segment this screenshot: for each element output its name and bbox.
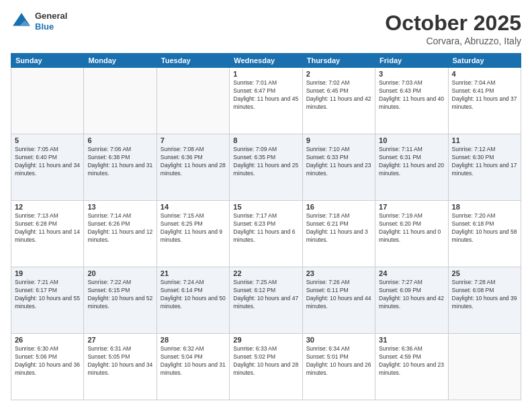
calendar-week-row: 19Sunrise: 7:21 AMSunset: 6:17 PMDayligh… <box>11 267 521 334</box>
day-info: Sunrise: 7:13 AMSunset: 6:28 PMDaylight:… <box>15 212 80 244</box>
calendar-week-row: 5Sunrise: 7:05 AMSunset: 6:40 PMDaylight… <box>11 134 521 201</box>
calendar-header-saturday: Saturday <box>448 54 521 68</box>
day-number: 23 <box>306 269 371 277</box>
day-number: 28 <box>161 336 226 344</box>
calendar-day-cell: 28Sunrise: 6:32 AMSunset: 5:04 PMDayligh… <box>157 334 229 400</box>
day-info: Sunrise: 7:02 AMSunset: 6:45 PMDaylight:… <box>306 79 371 111</box>
calendar-day-cell: 16Sunrise: 7:18 AMSunset: 6:21 PMDayligh… <box>302 201 375 267</box>
calendar-week-row: 1Sunrise: 7:01 AMSunset: 6:47 PMDaylight… <box>11 68 521 134</box>
day-number: 31 <box>379 336 444 344</box>
day-number: 2 <box>306 70 371 78</box>
calendar-header-wednesday: Wednesday <box>230 54 302 68</box>
calendar-day-cell: 25Sunrise: 7:28 AMSunset: 6:08 PMDayligh… <box>448 267 521 334</box>
calendar-day-cell: 24Sunrise: 7:27 AMSunset: 6:09 PMDayligh… <box>375 267 448 334</box>
calendar-day-cell: 12Sunrise: 7:13 AMSunset: 6:28 PMDayligh… <box>11 201 84 267</box>
day-number: 24 <box>379 269 444 277</box>
calendar-day-cell <box>157 68 229 134</box>
day-number: 10 <box>379 136 444 144</box>
day-number: 7 <box>161 136 226 144</box>
day-info: Sunrise: 7:08 AMSunset: 6:36 PMDaylight:… <box>161 146 226 178</box>
day-info: Sunrise: 7:14 AMSunset: 6:26 PMDaylight:… <box>87 212 152 244</box>
calendar-day-cell: 13Sunrise: 7:14 AMSunset: 6:26 PMDayligh… <box>84 201 157 267</box>
day-info: Sunrise: 7:24 AMSunset: 6:14 PMDaylight:… <box>161 279 226 311</box>
logo-blue-label: Blue <box>35 21 67 32</box>
calendar-day-cell: 23Sunrise: 7:26 AMSunset: 6:11 PMDayligh… <box>302 267 375 334</box>
logo: General Blue <box>11 11 67 32</box>
calendar-day-cell: 10Sunrise: 7:11 AMSunset: 6:31 PMDayligh… <box>375 134 448 201</box>
calendar-day-cell: 11Sunrise: 7:12 AMSunset: 6:30 PMDayligh… <box>448 134 521 201</box>
day-number: 14 <box>161 203 226 211</box>
day-info: Sunrise: 7:27 AMSunset: 6:09 PMDaylight:… <box>379 279 444 311</box>
day-info: Sunrise: 7:28 AMSunset: 6:08 PMDaylight:… <box>452 279 517 311</box>
location: Corvara, Abruzzo, Italy <box>385 36 521 46</box>
day-info: Sunrise: 6:32 AMSunset: 5:04 PMDaylight:… <box>161 345 226 377</box>
month-title: October 2025 <box>385 11 521 36</box>
day-info: Sunrise: 6:30 AMSunset: 5:06 PMDaylight:… <box>15 345 80 377</box>
day-info: Sunrise: 7:03 AMSunset: 6:43 PMDaylight:… <box>379 79 444 111</box>
calendar-day-cell: 17Sunrise: 7:19 AMSunset: 6:20 PMDayligh… <box>375 201 448 267</box>
day-number: 22 <box>233 269 298 277</box>
calendar-day-cell: 15Sunrise: 7:17 AMSunset: 6:23 PMDayligh… <box>230 201 302 267</box>
day-info: Sunrise: 7:11 AMSunset: 6:31 PMDaylight:… <box>379 146 444 178</box>
calendar-day-cell: 6Sunrise: 7:06 AMSunset: 6:38 PMDaylight… <box>84 134 157 201</box>
day-number: 12 <box>15 203 80 211</box>
calendar-header-tuesday: Tuesday <box>157 54 229 68</box>
day-number: 29 <box>233 336 298 344</box>
day-number: 11 <box>452 136 517 144</box>
day-number: 5 <box>15 136 80 144</box>
logo-general-label: General <box>35 11 67 21</box>
day-number: 8 <box>233 136 298 144</box>
day-number: 18 <box>452 203 517 211</box>
calendar-day-cell: 8Sunrise: 7:09 AMSunset: 6:35 PMDaylight… <box>230 134 302 201</box>
logo-text: General Blue <box>35 11 67 32</box>
calendar-header-row: SundayMondayTuesdayWednesdayThursdayFrid… <box>11 54 521 68</box>
day-info: Sunrise: 7:25 AMSunset: 6:12 PMDaylight:… <box>233 279 298 311</box>
day-info: Sunrise: 7:06 AMSunset: 6:38 PMDaylight:… <box>87 146 152 178</box>
calendar-day-cell: 2Sunrise: 7:02 AMSunset: 6:45 PMDaylight… <box>302 68 375 134</box>
page: General Blue October 2025 Corvara, Abruz… <box>0 0 532 411</box>
day-info: Sunrise: 7:21 AMSunset: 6:17 PMDaylight:… <box>15 279 80 311</box>
day-number: 15 <box>233 203 298 211</box>
day-info: Sunrise: 7:01 AMSunset: 6:47 PMDaylight:… <box>233 79 298 111</box>
calendar-day-cell: 14Sunrise: 7:15 AMSunset: 6:25 PMDayligh… <box>157 201 229 267</box>
calendar-header-thursday: Thursday <box>302 54 375 68</box>
calendar-day-cell: 5Sunrise: 7:05 AMSunset: 6:40 PMDaylight… <box>11 134 84 201</box>
logo-icon <box>11 11 32 32</box>
day-number: 20 <box>87 269 152 277</box>
calendar-day-cell: 7Sunrise: 7:08 AMSunset: 6:36 PMDaylight… <box>157 134 229 201</box>
day-info: Sunrise: 7:15 AMSunset: 6:25 PMDaylight:… <box>161 212 226 244</box>
calendar-day-cell: 3Sunrise: 7:03 AMSunset: 6:43 PMDaylight… <box>375 68 448 134</box>
title-block: October 2025 Corvara, Abruzzo, Italy <box>385 11 521 46</box>
day-info: Sunrise: 7:18 AMSunset: 6:21 PMDaylight:… <box>306 212 371 244</box>
calendar-day-cell: 20Sunrise: 7:22 AMSunset: 6:15 PMDayligh… <box>84 267 157 334</box>
day-info: Sunrise: 7:26 AMSunset: 6:11 PMDaylight:… <box>306 279 371 311</box>
day-info: Sunrise: 7:17 AMSunset: 6:23 PMDaylight:… <box>233 212 298 244</box>
calendar-day-cell: 1Sunrise: 7:01 AMSunset: 6:47 PMDaylight… <box>230 68 302 134</box>
day-number: 17 <box>379 203 444 211</box>
calendar-header-friday: Friday <box>375 54 448 68</box>
day-info: Sunrise: 7:22 AMSunset: 6:15 PMDaylight:… <box>87 279 152 311</box>
day-number: 1 <box>233 70 298 78</box>
day-info: Sunrise: 7:09 AMSunset: 6:35 PMDaylight:… <box>233 146 298 178</box>
day-info: Sunrise: 7:12 AMSunset: 6:30 PMDaylight:… <box>452 146 517 178</box>
calendar-day-cell: 30Sunrise: 6:34 AMSunset: 5:01 PMDayligh… <box>302 334 375 400</box>
day-info: Sunrise: 6:33 AMSunset: 5:02 PMDaylight:… <box>233 345 298 377</box>
calendar-week-row: 12Sunrise: 7:13 AMSunset: 6:28 PMDayligh… <box>11 201 521 267</box>
day-number: 21 <box>161 269 226 277</box>
calendar-day-cell: 27Sunrise: 6:31 AMSunset: 5:05 PMDayligh… <box>84 334 157 400</box>
day-info: Sunrise: 7:05 AMSunset: 6:40 PMDaylight:… <box>15 146 80 178</box>
calendar-header-monday: Monday <box>84 54 157 68</box>
calendar-day-cell: 31Sunrise: 6:36 AMSunset: 4:59 PMDayligh… <box>375 334 448 400</box>
day-number: 4 <box>452 70 517 78</box>
day-number: 26 <box>15 336 80 344</box>
calendar-day-cell <box>448 334 521 400</box>
calendar-header-sunday: Sunday <box>11 54 84 68</box>
day-number: 6 <box>87 136 152 144</box>
calendar-day-cell: 18Sunrise: 7:20 AMSunset: 6:18 PMDayligh… <box>448 201 521 267</box>
day-info: Sunrise: 6:31 AMSunset: 5:05 PMDaylight:… <box>87 345 152 377</box>
day-info: Sunrise: 6:36 AMSunset: 4:59 PMDaylight:… <box>379 345 444 377</box>
calendar-day-cell: 29Sunrise: 6:33 AMSunset: 5:02 PMDayligh… <box>230 334 302 400</box>
day-number: 3 <box>379 70 444 78</box>
day-number: 9 <box>306 136 371 144</box>
header: General Blue October 2025 Corvara, Abruz… <box>11 11 521 46</box>
